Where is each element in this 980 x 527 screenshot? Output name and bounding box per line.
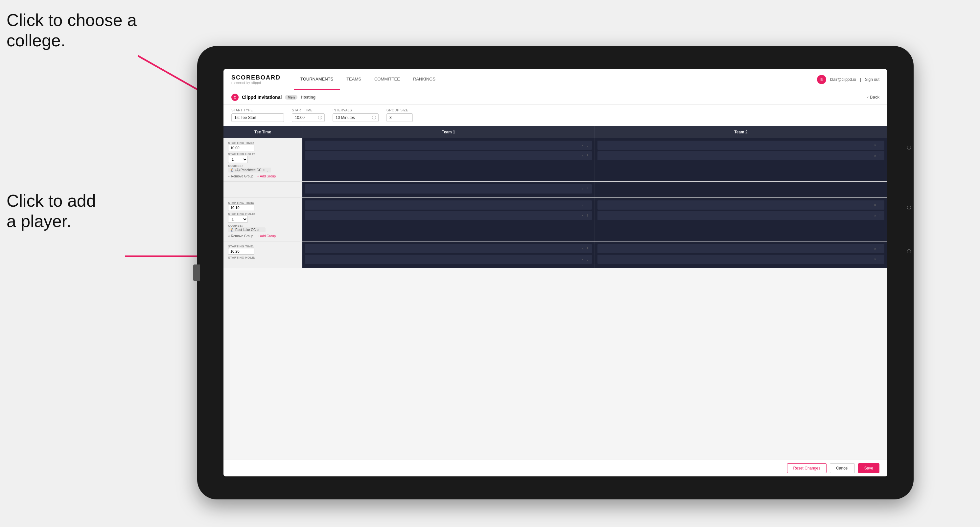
player-slot-1-4[interactable]: × ⋮: [597, 151, 885, 160]
slot-close-icon-3-2[interactable]: ×: [582, 257, 584, 261]
course-edit-2[interactable]: ⋮: [260, 228, 264, 232]
starting-time-label-3: STARTING TIME:: [228, 245, 298, 248]
th-tee-time: Tee Time: [223, 126, 302, 138]
player-slot-2-1[interactable]: × ⋮: [305, 200, 592, 210]
player-slot-2-4[interactable]: × ⋮: [597, 211, 885, 220]
slot-close-icon-2-4[interactable]: ×: [874, 214, 876, 217]
slot-more-icon-1-1[interactable]: ⋮: [585, 143, 589, 148]
slot-close-icon-1-1[interactable]: ×: [582, 143, 584, 147]
slot-close-icon-1-3[interactable]: ×: [874, 143, 876, 147]
slot-close-icon-3-3[interactable]: ×: [874, 247, 876, 251]
nav-committee[interactable]: COMMITTEE: [368, 69, 407, 90]
slot-more-icon-3-2[interactable]: ⋮: [585, 257, 589, 262]
add-group-link-2[interactable]: + Add Group: [257, 234, 276, 238]
course-tag-2[interactable]: 🏌 East Lake GC × ⋮: [228, 227, 266, 232]
slot-close-icon-2-2[interactable]: ×: [582, 214, 584, 217]
starting-hole-label-3: STARTING HOLE:: [228, 256, 298, 259]
player-slot-1-3[interactable]: × ⋮: [597, 141, 885, 150]
course-remove-1[interactable]: ×: [262, 168, 264, 172]
group-size-select[interactable]: 3: [387, 113, 413, 122]
start-type-group: Start Type 1st Tee Start: [231, 108, 284, 122]
action-links-1: ○ Remove Group + Add Group: [228, 175, 298, 178]
slot-more-icon-1-2[interactable]: ⋮: [585, 154, 589, 158]
remove-group-link-2[interactable]: ○ Remove Group: [228, 234, 253, 238]
course-tag-1[interactable]: 🏌 (A) Peachtree GC × ⋮: [228, 168, 271, 173]
action-links-2: ○ Remove Group + Add Group: [228, 234, 298, 238]
cancel-button[interactable]: Cancel: [830, 463, 854, 473]
slot-close-icon-3-1[interactable]: ×: [582, 247, 584, 251]
player-slot-1-1[interactable]: × ⋮: [305, 141, 592, 150]
separator: |: [860, 77, 861, 82]
reset-button[interactable]: Reset Changes: [787, 463, 827, 473]
starting-time-row-1: ⓘ: [228, 144, 298, 151]
slot-more-icon-1-4[interactable]: ⋮: [878, 154, 882, 158]
player-slot-3-2[interactable]: × ⋮: [305, 255, 592, 264]
course-label-1: COURSE:: [228, 164, 298, 168]
intervals-info-icon: ⓘ: [372, 115, 376, 121]
intervals-select[interactable]: 10 Minutes: [332, 113, 379, 122]
course-remove-2[interactable]: ×: [257, 228, 259, 232]
slot-more-icon-2-2[interactable]: ⋮: [585, 214, 589, 218]
slot-close-icon-1-2[interactable]: ×: [582, 154, 584, 158]
intervals-group: Intervals 10 Minutes ⓘ: [332, 108, 379, 122]
nav-teams[interactable]: TEAMS: [340, 69, 368, 90]
remove-group-link-1[interactable]: ○ Remove Group: [228, 175, 253, 178]
player-slot-1-2[interactable]: × ⋮: [305, 151, 592, 160]
schedule-table: Tee Time Team 1 Team 2 STARTING TIME: ⓘ …: [223, 126, 887, 268]
starting-hole-row-2: 1: [228, 216, 298, 223]
team1-cell-1: × ⋮ × ⋮: [302, 138, 595, 181]
group-left-3: STARTING TIME: ⓘ STARTING HOLE:: [223, 241, 302, 268]
nav-items: TOURNAMENTS TEAMS COMMITTEE RANKINGS: [294, 69, 817, 90]
side-button[interactable]: [193, 265, 200, 281]
slot-close-icon-2-3[interactable]: ×: [874, 203, 876, 207]
slot-more-icon-2-4[interactable]: ⋮: [878, 214, 882, 218]
nav-tournaments[interactable]: TOURNAMENTS: [294, 69, 340, 90]
starting-time-input-2[interactable]: [228, 204, 255, 211]
sub-header: C Clippd Invitational Men Hosting ‹ Back: [223, 90, 887, 105]
player-slot-3-1[interactable]: × ⋮: [305, 244, 592, 253]
slot-close-icon-3-4[interactable]: ×: [874, 257, 876, 261]
add-group-link-1[interactable]: + Add Group: [257, 175, 276, 178]
group-size-group: Group Size 3: [387, 108, 413, 122]
player-slot-2-2[interactable]: × ⋮: [305, 211, 592, 220]
starting-time-input-3[interactable]: [228, 248, 255, 255]
slot-close-icon-2-1[interactable]: ×: [582, 203, 584, 207]
table-header: Tee Time Team 1 Team 2: [223, 126, 887, 138]
player-slot-3-4[interactable]: × ⋮: [597, 255, 885, 264]
brand-title: SCOREBOARD: [231, 74, 281, 81]
brand-subtitle: Powered by clippd: [231, 81, 281, 84]
nav-rankings[interactable]: RANKINGS: [407, 69, 442, 90]
starting-hole-select-2[interactable]: 1: [228, 216, 248, 223]
player-slot-extra-1[interactable]: × ⋮: [305, 184, 592, 194]
starting-time-label-1: STARTING TIME:: [228, 141, 298, 144]
group-row-3: STARTING TIME: ⓘ STARTING HOLE: × ⋮: [223, 241, 887, 268]
starting-hole-select-1[interactable]: 1: [228, 156, 248, 163]
sign-out-link[interactable]: Sign out: [865, 77, 880, 82]
footer-bar: Reset Changes Cancel Save: [223, 460, 887, 476]
slot-more-icon-3-3[interactable]: ⋮: [878, 247, 882, 251]
info-icon: ⓘ: [318, 115, 322, 121]
intervals-label: Intervals: [332, 108, 379, 112]
slot-more-icon-3-1[interactable]: ⋮: [585, 247, 589, 251]
start-type-select[interactable]: 1st Tee Start: [231, 113, 284, 122]
team1-cell-2: × ⋮ × ⋮: [302, 198, 595, 241]
main-content: Tee Time Team 1 Team 2 STARTING TIME: ⓘ …: [223, 126, 887, 460]
nav-right: B blair@clippd.io | Sign out: [817, 75, 880, 84]
user-email: blair@clippd.io: [830, 77, 856, 82]
course-name-2: East Lake GC: [235, 228, 256, 232]
back-button[interactable]: ‹ Back: [867, 95, 880, 100]
slot-close-icon-1-4[interactable]: ×: [874, 154, 876, 158]
group-left-2: STARTING TIME: ⓘ STARTING HOLE: 1 COURSE…: [223, 198, 302, 241]
save-button[interactable]: Save: [858, 463, 880, 473]
slot-more-icon-1-3[interactable]: ⋮: [878, 143, 882, 148]
slot-close-extra-1[interactable]: ×: [582, 187, 584, 191]
slot-more-icon-2-3[interactable]: ⋮: [878, 203, 882, 207]
slot-more-icon-2-1[interactable]: ⋮: [585, 203, 589, 207]
player-slot-3-3[interactable]: × ⋮: [597, 244, 885, 253]
slot-more-extra-1[interactable]: ⋮: [585, 187, 589, 191]
starting-time-input-1[interactable]: [228, 144, 255, 151]
slot-more-icon-3-4[interactable]: ⋮: [878, 257, 882, 262]
player-slot-2-3[interactable]: × ⋮: [597, 200, 885, 210]
course-edit-1[interactable]: ⋮: [266, 168, 269, 172]
team2-cell-2: × ⋮ × ⋮: [595, 198, 887, 241]
